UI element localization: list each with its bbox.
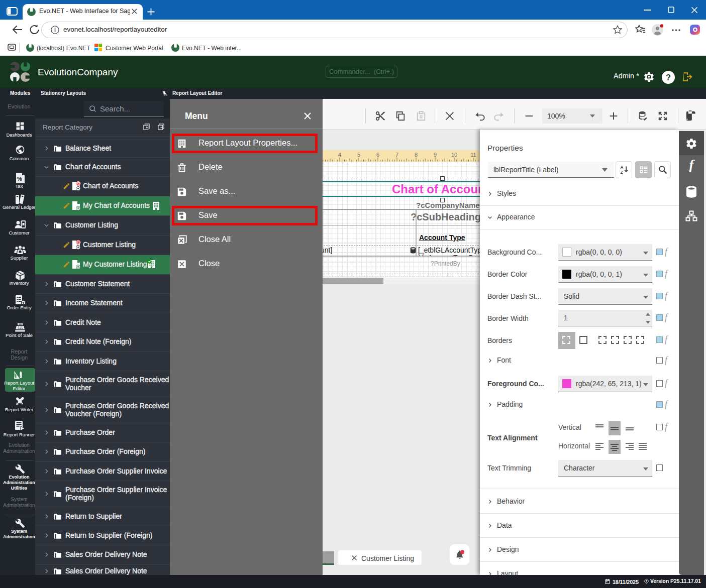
svg-text:10: 10	[451, 152, 457, 158]
svg-text:6: 6	[376, 152, 379, 158]
svg-text:%: %	[17, 176, 22, 182]
svg-text:9: 9	[434, 152, 437, 158]
svg-text:4: 4	[338, 152, 341, 158]
svg-text:11: 11	[470, 152, 476, 158]
svg-text:7: 7	[395, 152, 398, 158]
svg-text:5: 5	[357, 152, 360, 158]
svg-text:Z: Z	[620, 170, 623, 175]
svg-text:?: ?	[666, 73, 671, 82]
svg-text:8: 8	[415, 152, 418, 158]
